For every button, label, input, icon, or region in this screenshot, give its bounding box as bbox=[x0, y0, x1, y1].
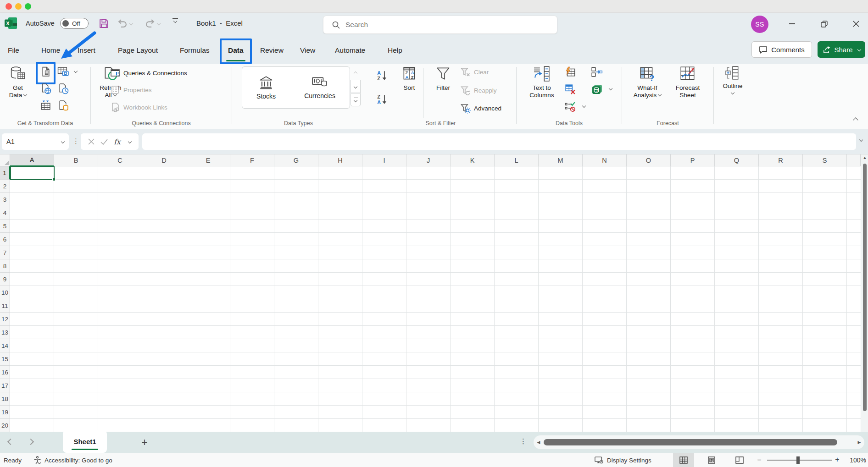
row-header-20[interactable]: 20 bbox=[0, 419, 10, 432]
tab-file[interactable]: File bbox=[8, 43, 19, 58]
cancel-icon[interactable] bbox=[88, 138, 95, 145]
column-header-O[interactable]: O bbox=[627, 154, 671, 166]
row-header-15[interactable]: 15 bbox=[0, 352, 10, 366]
previous-sheet-button[interactable] bbox=[7, 439, 14, 445]
grid-cells[interactable] bbox=[10, 166, 861, 432]
row-header-10[interactable]: 10 bbox=[0, 286, 10, 299]
zoom-level[interactable]: 100% bbox=[844, 456, 866, 464]
zoom-slider-thumb[interactable] bbox=[796, 456, 800, 464]
row-header-8[interactable]: 8 bbox=[0, 259, 10, 273]
scroll-right-arrow[interactable]: ▶ bbox=[854, 440, 864, 445]
consolidate-button[interactable] bbox=[590, 65, 604, 79]
enter-icon[interactable] bbox=[100, 139, 108, 145]
row-header-16[interactable]: 16 bbox=[0, 366, 10, 379]
tab-review[interactable]: Review bbox=[260, 43, 284, 58]
row-header-4[interactable]: 4 bbox=[0, 206, 10, 220]
scroll-left-arrow[interactable]: ◀ bbox=[534, 440, 544, 445]
column-header-N[interactable]: N bbox=[583, 154, 627, 166]
from-table-range-button[interactable] bbox=[39, 99, 52, 112]
column-header-H[interactable]: H bbox=[318, 154, 362, 166]
page-break-preview-button[interactable] bbox=[729, 453, 750, 467]
redo-dropdown-chevron[interactable] bbox=[157, 21, 161, 25]
column-header-A[interactable]: A bbox=[10, 154, 54, 166]
column-header-L[interactable]: L bbox=[495, 154, 539, 166]
data-model-dropdown-chevron[interactable] bbox=[609, 87, 612, 90]
recent-sources-button[interactable] bbox=[56, 82, 70, 95]
row-header-7[interactable]: 7 bbox=[0, 246, 10, 259]
column-header-E[interactable]: E bbox=[186, 154, 230, 166]
fill-handle[interactable] bbox=[52, 178, 56, 181]
formula-input[interactable] bbox=[142, 133, 856, 150]
undo-button[interactable] bbox=[117, 18, 133, 28]
filter-button[interactable]: Filter bbox=[429, 66, 457, 92]
remove-duplicates-button[interactable] bbox=[563, 82, 577, 96]
row-header-14[interactable]: 14 bbox=[0, 339, 10, 352]
autosave-toggle[interactable]: Off bbox=[60, 18, 89, 29]
vertical-scrollbar[interactable]: ▲ bbox=[861, 154, 868, 432]
column-header-R[interactable]: R bbox=[759, 154, 803, 166]
column-header-B[interactable]: B bbox=[54, 154, 98, 166]
column-header-I[interactable]: I bbox=[362, 154, 406, 166]
data-validation-button[interactable] bbox=[563, 100, 577, 114]
search-input[interactable] bbox=[345, 21, 538, 29]
column-header-G[interactable]: G bbox=[274, 154, 318, 166]
column-header-K[interactable]: K bbox=[451, 154, 495, 166]
sort-descending-button[interactable]: ZA bbox=[375, 93, 389, 106]
sort-button[interactable]: ZAAZ Sort bbox=[395, 66, 423, 92]
tab-page-layout[interactable]: Page Layout bbox=[118, 43, 158, 58]
tab-automate[interactable]: Automate bbox=[335, 43, 365, 58]
tab-help[interactable]: Help bbox=[388, 43, 402, 58]
row-header-3[interactable]: 3 bbox=[0, 193, 10, 206]
display-settings-button[interactable]: Display Settings bbox=[595, 453, 651, 467]
expand-formula-bar-chevron[interactable] bbox=[859, 138, 863, 142]
tab-home[interactable]: Home bbox=[41, 43, 60, 58]
get-data-button[interactable]: Get Data bbox=[4, 66, 32, 99]
from-web-button[interactable] bbox=[39, 82, 52, 95]
column-header-S[interactable]: S bbox=[803, 154, 847, 166]
selected-cell[interactable] bbox=[10, 166, 55, 180]
add-sheet-button[interactable]: + bbox=[138, 434, 151, 450]
outline-button[interactable]: Outline bbox=[718, 66, 748, 97]
from-text-csv-button[interactable] bbox=[39, 65, 52, 78]
redo-button[interactable] bbox=[145, 18, 160, 28]
column-header-stub[interactable] bbox=[847, 154, 861, 166]
column-header-F[interactable]: F bbox=[230, 154, 274, 166]
what-if-analysis-button[interactable]: ? What-If Analysis bbox=[629, 66, 666, 99]
from-picture-dropdown-chevron[interactable] bbox=[74, 69, 78, 73]
share-button[interactable]: Share bbox=[818, 41, 865, 58]
row-header-1[interactable]: 1 bbox=[0, 166, 10, 180]
column-header-Q[interactable]: Q bbox=[715, 154, 759, 166]
forecast-sheet-button[interactable]: Forecast Sheet bbox=[669, 66, 707, 99]
collapse-ribbon-button[interactable] bbox=[849, 115, 862, 126]
column-header-P[interactable]: P bbox=[671, 154, 715, 166]
flash-fill-button[interactable] bbox=[563, 65, 577, 79]
name-box-dropdown-chevron[interactable] bbox=[61, 140, 65, 143]
row-header-18[interactable]: 18 bbox=[0, 392, 10, 406]
formula-bar-options-icon[interactable]: ⋮ bbox=[72, 137, 79, 145]
accessibility-status[interactable]: Accessibility: Good to go bbox=[33, 456, 112, 464]
insert-function-button[interactable]: fx bbox=[114, 137, 121, 146]
zoom-out-button[interactable]: − bbox=[756, 456, 762, 464]
vertical-scrollbar-thumb[interactable] bbox=[863, 164, 867, 411]
properties-button[interactable]: Properties bbox=[110, 83, 152, 96]
mac-zoom-button[interactable] bbox=[25, 3, 31, 10]
sheet-bar-options-icon[interactable]: ⋮ bbox=[520, 437, 527, 445]
undo-dropdown-chevron[interactable] bbox=[129, 21, 133, 25]
tab-data[interactable]: Data bbox=[228, 43, 244, 58]
select-all-corner[interactable] bbox=[0, 154, 10, 166]
row-header-5[interactable]: 5 bbox=[0, 220, 10, 233]
existing-connections-button[interactable] bbox=[56, 99, 70, 112]
from-picture-button[interactable] bbox=[56, 65, 70, 78]
fx-dropdown-chevron[interactable] bbox=[128, 140, 131, 143]
row-header-17[interactable]: 17 bbox=[0, 379, 10, 392]
column-header-D[interactable]: D bbox=[142, 154, 186, 166]
queries-connections-button[interactable]: Queries & Connections bbox=[110, 66, 187, 79]
mac-close-button[interactable] bbox=[6, 3, 12, 10]
zoom-in-button[interactable]: + bbox=[834, 456, 840, 464]
tab-view[interactable]: View bbox=[300, 43, 315, 58]
scroll-up-arrow[interactable]: ▲ bbox=[861, 155, 868, 160]
row-header-13[interactable]: 13 bbox=[0, 326, 10, 339]
name-box[interactable]: A1 bbox=[2, 133, 69, 150]
normal-view-button[interactable] bbox=[673, 453, 694, 467]
currencies-button[interactable]: Currencies bbox=[304, 76, 335, 99]
